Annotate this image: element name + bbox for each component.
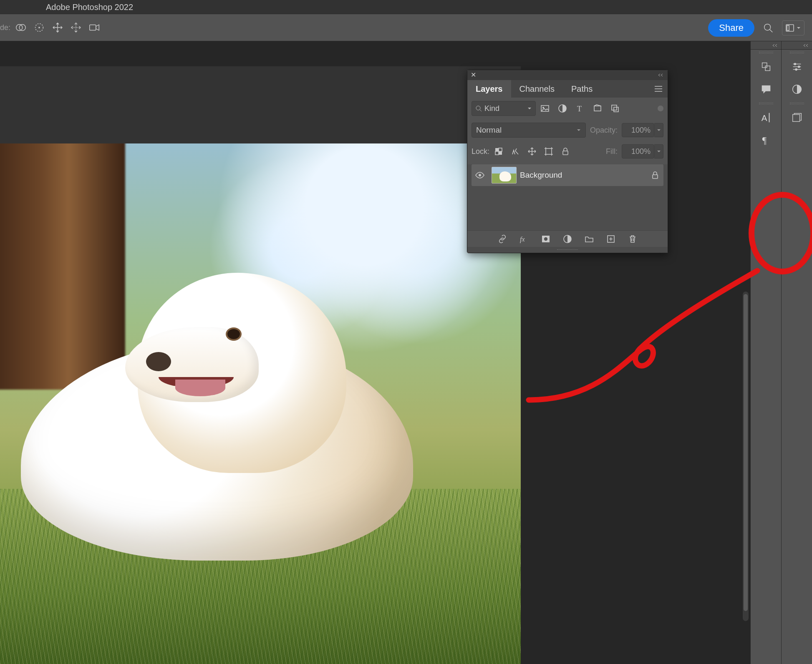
- new-layer-icon[interactable]: [606, 234, 616, 244]
- layers-empty-area[interactable]: [467, 189, 668, 230]
- tab-paths[interactable]: Paths: [563, 80, 601, 98]
- layers-panel-tabs: Layers Channels Paths: [467, 80, 668, 98]
- fill-value-field[interactable]: 100%: [622, 144, 654, 158]
- svg-rect-34: [653, 175, 658, 179]
- paragraph-icon[interactable]: ¶: [751, 129, 781, 151]
- fill-dropdown-arrow[interactable]: [654, 144, 663, 158]
- filter-shape-icon[interactable]: [593, 103, 603, 113]
- search-icon[interactable]: [762, 22, 774, 34]
- svg-point-3: [38, 27, 40, 28]
- svg-rect-24: [594, 106, 601, 111]
- character-icon[interactable]: A: [751, 106, 781, 129]
- svg-rect-29: [499, 148, 502, 151]
- lock-pixels-icon[interactable]: [510, 146, 520, 156]
- layer-name[interactable]: Background: [520, 171, 647, 180]
- mode-label: de:: [0, 23, 10, 32]
- svg-point-33: [479, 174, 481, 176]
- panel-menu-icon[interactable]: [653, 80, 663, 98]
- svg-point-19: [476, 106, 480, 110]
- tab-channels[interactable]: Channels: [511, 80, 563, 98]
- panel-grip[interactable]: [751, 50, 781, 55]
- video-icon[interactable]: [88, 21, 101, 34]
- opacity-value-field[interactable]: 100%: [622, 123, 654, 137]
- layers-list: Background: [467, 164, 668, 230]
- right-panel-column-a: A ¶: [750, 41, 781, 664]
- filter-adjustment-icon[interactable]: [557, 103, 567, 113]
- filter-toggle-switch[interactable]: [658, 106, 663, 111]
- share-button[interactable]: Share: [708, 19, 754, 37]
- panel-resize-handle[interactable]: [467, 247, 668, 253]
- app-titlebar: Adobe Photoshop 2022: [0, 0, 812, 14]
- link-layers-icon[interactable]: [497, 234, 507, 244]
- lock-all-icon[interactable]: [560, 146, 570, 156]
- svg-point-9: [797, 65, 800, 68]
- svg-rect-27: [495, 148, 499, 151]
- layers-panel-titlebar[interactable]: ✕: [467, 70, 668, 80]
- move-arrows-icon[interactable]: [51, 21, 64, 34]
- layer-row[interactable]: Background: [472, 164, 663, 186]
- right-panel-column-b: [781, 41, 812, 664]
- filter-smartobject-icon[interactable]: [610, 103, 620, 113]
- filter-pixel-icon[interactable]: [540, 103, 550, 113]
- libraries-icon[interactable]: [782, 106, 812, 129]
- svg-rect-14: [765, 66, 770, 70]
- app-title: Adobe Photoshop 2022: [46, 3, 133, 12]
- lock-artboard-icon[interactable]: [544, 146, 554, 156]
- svg-rect-12: [792, 115, 799, 122]
- color-swatch-icon[interactable]: [751, 55, 781, 78]
- svg-point-21: [542, 107, 544, 108]
- svg-point-5: [764, 24, 771, 30]
- panel-grip[interactable]: [751, 101, 781, 106]
- svg-rect-26: [614, 107, 618, 112]
- svg-text:T: T: [577, 105, 582, 113]
- svg-point-8: [794, 63, 796, 65]
- collapse-panel-icon[interactable]: [658, 73, 664, 77]
- opacity-label: Opacity:: [590, 126, 618, 135]
- tab-layers[interactable]: Layers: [467, 80, 511, 98]
- add-mask-icon[interactable]: [541, 234, 551, 244]
- delete-layer-icon[interactable]: [628, 234, 638, 244]
- move-arrows-dashed-icon[interactable]: [70, 21, 82, 34]
- lock-position-icon[interactable]: [527, 146, 537, 156]
- workspace-frame-dropdown[interactable]: [782, 20, 804, 35]
- svg-rect-28: [499, 151, 502, 155]
- blend-mode-select[interactable]: Normal: [472, 123, 586, 138]
- svg-rect-4: [90, 25, 96, 30]
- svg-rect-16: [769, 113, 769, 123]
- new-group-icon[interactable]: [584, 234, 594, 244]
- adjustments-icon[interactable]: [782, 55, 812, 78]
- target-dashed-icon[interactable]: [33, 21, 45, 34]
- layer-lock-indicator[interactable]: [647, 170, 663, 180]
- layer-thumbnail[interactable]: [492, 167, 517, 184]
- svg-rect-25: [612, 105, 617, 110]
- svg-rect-32: [563, 151, 568, 155]
- opacity-dropdown-arrow[interactable]: [654, 123, 663, 137]
- svg-text:¶: ¶: [762, 135, 766, 146]
- layer-filter-kind-select[interactable]: Kind: [472, 101, 536, 116]
- lock-transparency-icon[interactable]: [494, 146, 504, 156]
- vertical-scrollbar[interactable]: [743, 292, 749, 621]
- half-circle-icon[interactable]: [782, 78, 812, 101]
- panel-grip[interactable]: [782, 50, 812, 55]
- svg-point-37: [544, 237, 548, 241]
- canvas-image[interactable]: [0, 143, 521, 664]
- svg-rect-31: [546, 148, 552, 154]
- options-bar: de: Share: [0, 14, 812, 41]
- venn-icon[interactable]: [15, 21, 27, 34]
- filter-type-icon[interactable]: T: [575, 103, 585, 113]
- layers-panel: ✕ Layers Channels Paths Kind: [467, 70, 668, 253]
- comment-icon[interactable]: [751, 78, 781, 101]
- layer-fx-icon[interactable]: fx: [519, 234, 529, 244]
- svg-point-10: [795, 68, 797, 71]
- document-area: A ¶ ✕ Layers Channels Paths: [0, 41, 812, 664]
- svg-rect-30: [495, 151, 499, 155]
- layer-visibility-toggle[interactable]: [472, 170, 488, 180]
- lock-label: Lock:: [472, 147, 489, 156]
- collapse-column-b[interactable]: [782, 41, 812, 50]
- panel-grip[interactable]: [782, 101, 812, 106]
- layers-panel-footer: fx: [467, 230, 668, 247]
- collapse-column-a[interactable]: [751, 41, 781, 50]
- new-adjustment-layer-icon[interactable]: [562, 234, 572, 244]
- close-icon[interactable]: ✕: [471, 72, 476, 78]
- svg-text:A: A: [761, 113, 767, 123]
